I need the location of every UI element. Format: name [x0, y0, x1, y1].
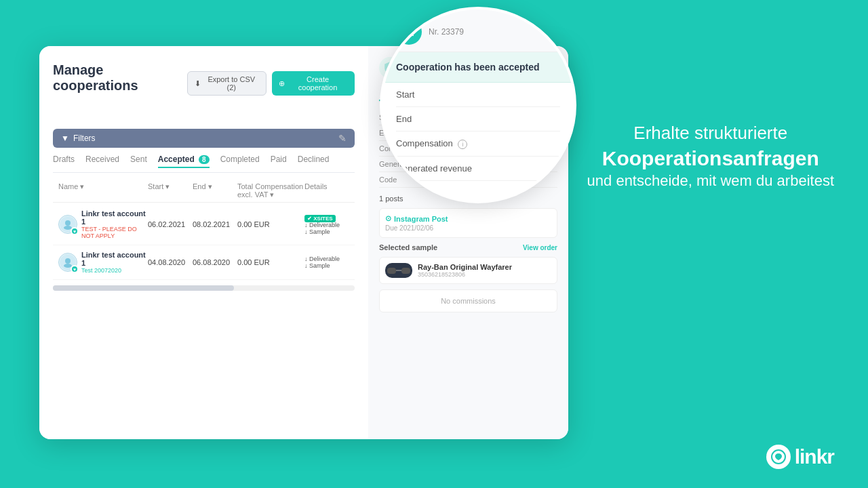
tabs-bar: Drafts Received Sent Accepted 8 Complete…	[53, 155, 355, 173]
details-1: ✔ XSITES ↓ Deliverable ↓ Sample	[304, 214, 349, 235]
sample-sku: 35036218523806	[418, 271, 512, 278]
sample-2: ↓ Sample	[304, 262, 349, 269]
details-2: ↓ Deliverable ↓ Sample	[304, 256, 349, 269]
notification-banner: Cooperation has been accepted	[382, 52, 574, 83]
account-info-1: ♥ Linkr test account 1 TEST - PLEASE DO …	[58, 209, 148, 239]
col-end[interactable]: End ▾	[193, 182, 237, 199]
filters-label: ▼ Filters	[61, 134, 96, 143]
account-name-2: Linkr test account 1	[81, 251, 148, 267]
posts-count: 1 posts	[379, 195, 403, 203]
scrollbar-thumb	[53, 285, 234, 291]
compensation-2: 0.00 EUR	[237, 258, 304, 266]
magnify-field-revenue: Generated revenue	[396, 157, 560, 181]
start-date-1: 06.02.2021	[148, 220, 193, 228]
linkr-logo-icon	[766, 445, 791, 469]
selected-sample-header: Selected sample View order	[379, 243, 557, 251]
filter-edit-icon[interactable]: ✎	[338, 133, 347, 144]
col-compensation[interactable]: Total Compensation excl. VAT ▾	[237, 182, 304, 199]
account-sub-1: TEST - PLEASE DO NOT APPLY	[81, 226, 148, 239]
filters-bar[interactable]: ▼ Filters ✎	[53, 129, 355, 148]
start-date-2: 04.08.2020	[148, 258, 193, 266]
download-icon: ⬇	[195, 79, 201, 88]
sample-item: Ray-Ban Original Wayfarer 35036218523806	[379, 257, 557, 284]
table-row[interactable]: ♥ Linkr test account 1 TEST - PLEASE DO …	[53, 204, 355, 245]
post-item: ⊙ Instagram Post Due 2021/02/06	[379, 208, 557, 238]
instagram-icon: ⊙	[385, 214, 391, 223]
tab-accepted[interactable]: Accepted 8	[158, 155, 210, 168]
col-name[interactable]: Name ▾	[58, 182, 148, 199]
deliverable-1: ↓ Deliverable	[304, 222, 349, 228]
magnify-field-compensation: Compensation i	[396, 131, 560, 157]
plus-icon: ⊕	[279, 79, 285, 88]
svg-point-2	[65, 258, 71, 264]
create-cooperation-button[interactable]: ⊕ Create cooperation	[272, 71, 355, 96]
svg-rect-5	[387, 268, 396, 274]
linkr-logo: linkr	[766, 445, 834, 469]
end-date-1: 08.02.2021	[193, 220, 237, 228]
magnify-id: Nr. 23379	[429, 27, 464, 37]
german-line3: und entscheide, mit wem du arbeitest	[587, 171, 834, 191]
export-button[interactable]: ⬇ Export to CSV (2)	[187, 71, 267, 96]
notification-text: Cooperation has been accepted	[396, 62, 560, 73]
field-code-label: Code	[379, 176, 397, 184]
deliverable-2: ↓ Deliverable	[304, 256, 349, 262]
no-commissions: No commissions	[379, 289, 557, 312]
scrollbar-area[interactable]	[53, 285, 355, 291]
table-header: Name ▾ Start ▾ End ▾ Total Compensation …	[53, 180, 355, 203]
account-sub-2: Test 20072020	[81, 267, 148, 274]
sample-name: Ray-Ban Original Wayfarer	[418, 263, 512, 271]
avatar-2: ♥	[58, 253, 77, 272]
sample-1: ↓ Sample	[304, 228, 349, 235]
sunglasses-icon	[385, 263, 412, 278]
col-details: Details	[304, 182, 349, 199]
selected-sample-label: Selected sample	[379, 243, 437, 251]
german-line1: Erhalte strukturierte	[587, 122, 834, 145]
post-date: Due 2021/02/06	[385, 224, 551, 232]
account-info-2: ♥ Linkr test account 1 Test 20072020	[58, 251, 148, 274]
view-order-link[interactable]: View order	[523, 244, 557, 251]
magnify-field-end: End	[396, 107, 560, 131]
account-name-1: Linkr test account 1	[81, 209, 148, 226]
filter-icon: ▼	[61, 134, 69, 143]
svg-rect-6	[401, 268, 410, 274]
linkr-logo-text: linkr	[795, 445, 834, 468]
info-icon: i	[458, 140, 467, 149]
german-text-block: Erhalte strukturierte Kooperationsanfrag…	[587, 122, 834, 190]
tab-declined[interactable]: Declined	[298, 155, 330, 168]
tab-sent[interactable]: Sent	[130, 155, 147, 168]
avatar-1: ♥	[58, 215, 77, 234]
accepted-badge: 8	[199, 155, 210, 164]
table-row[interactable]: ♥ Linkr test account 1 Test 20072020 04.…	[53, 245, 355, 280]
tab-received[interactable]: Received	[85, 155, 119, 168]
col-start[interactable]: Start ▾	[148, 182, 193, 199]
post-platform-label: Instagram Post	[394, 215, 448, 223]
compensation-1: 0.00 EUR	[237, 220, 304, 228]
toolbar: ⬇ Export to CSV (2) ⊕ Create cooperation	[187, 71, 355, 96]
tab-paid[interactable]: Paid	[271, 155, 287, 168]
post-platform: ⊙ Instagram Post	[385, 214, 551, 223]
end-date-2: 06.08.2020	[193, 258, 237, 266]
magnify-circle: Nr. 23379 Cooperation has been accepted …	[380, 7, 576, 203]
svg-point-0	[65, 220, 71, 226]
tab-drafts[interactable]: Drafts	[53, 155, 75, 168]
left-panel: Manage cooperations ⬇ Export to CSV (2) …	[39, 46, 368, 439]
magnify-field-start: Start	[396, 83, 560, 107]
german-line2: Kooperationsanfragen	[587, 145, 834, 171]
tab-completed[interactable]: Completed	[220, 155, 260, 168]
page-title: Manage cooperations	[53, 62, 187, 94]
